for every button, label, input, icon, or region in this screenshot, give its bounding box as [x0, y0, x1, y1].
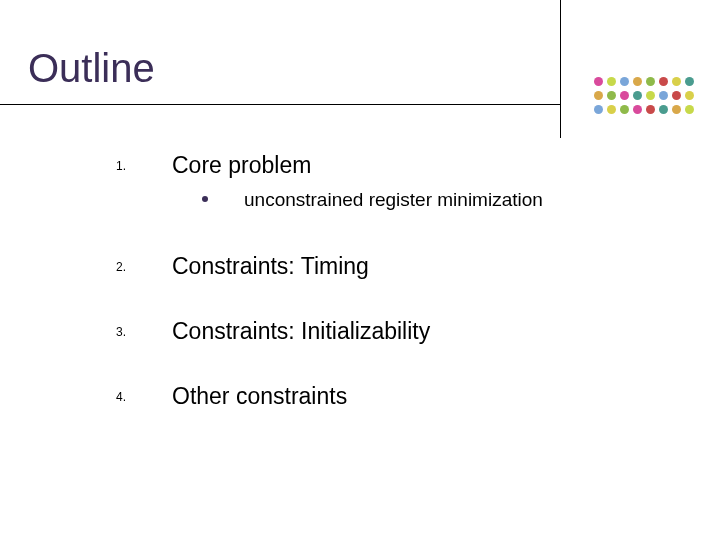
dot-icon	[659, 91, 668, 100]
item-text: Constraints: Timing	[172, 253, 636, 280]
dot-icon	[685, 77, 694, 86]
item-text: Constraints: Initializability	[172, 318, 636, 345]
dot-icon	[594, 105, 603, 114]
item-text: Other constraints	[172, 383, 636, 410]
item-number: 4.	[116, 390, 126, 404]
slide: Outline 1. Core problem unconstrained re…	[0, 0, 720, 540]
slide-title: Outline	[28, 46, 155, 91]
item-number: 3.	[116, 325, 126, 339]
item-text: Core problem	[172, 152, 636, 179]
dot-icon	[685, 91, 694, 100]
dot-icon	[659, 105, 668, 114]
dot-icon	[594, 91, 603, 100]
dot-icon	[672, 105, 681, 114]
dot-icon	[607, 91, 616, 100]
list-item: 2. Constraints: Timing	[116, 253, 636, 280]
dot-icon	[659, 77, 668, 86]
list-item: 1. Core problem	[116, 152, 636, 179]
item-number: 1.	[116, 159, 126, 173]
title-underline	[0, 104, 560, 105]
list-item: 4. Other constraints	[116, 383, 636, 410]
dot-icon	[646, 91, 655, 100]
dot-icon	[672, 77, 681, 86]
dot-icon	[620, 105, 629, 114]
decorative-dots	[594, 72, 704, 114]
dot-icon	[685, 105, 694, 114]
sub-item-text: unconstrained register minimization	[244, 189, 636, 211]
item-number: 2.	[116, 260, 126, 274]
dot-icon	[620, 91, 629, 100]
vertical-rule	[560, 0, 561, 138]
dot-icon	[633, 77, 642, 86]
sub-item: unconstrained register minimization	[202, 189, 636, 211]
dot-icon	[646, 77, 655, 86]
list-item: 3. Constraints: Initializability	[116, 318, 636, 345]
dot-icon	[594, 77, 603, 86]
outline-list: 1. Core problem unconstrained register m…	[116, 152, 636, 448]
dot-icon	[672, 91, 681, 100]
bullet-icon	[202, 196, 208, 202]
dot-icon	[607, 77, 616, 86]
dot-icon	[633, 105, 642, 114]
dot-icon	[633, 91, 642, 100]
dot-icon	[607, 105, 616, 114]
dot-icon	[646, 105, 655, 114]
dot-icon	[620, 77, 629, 86]
